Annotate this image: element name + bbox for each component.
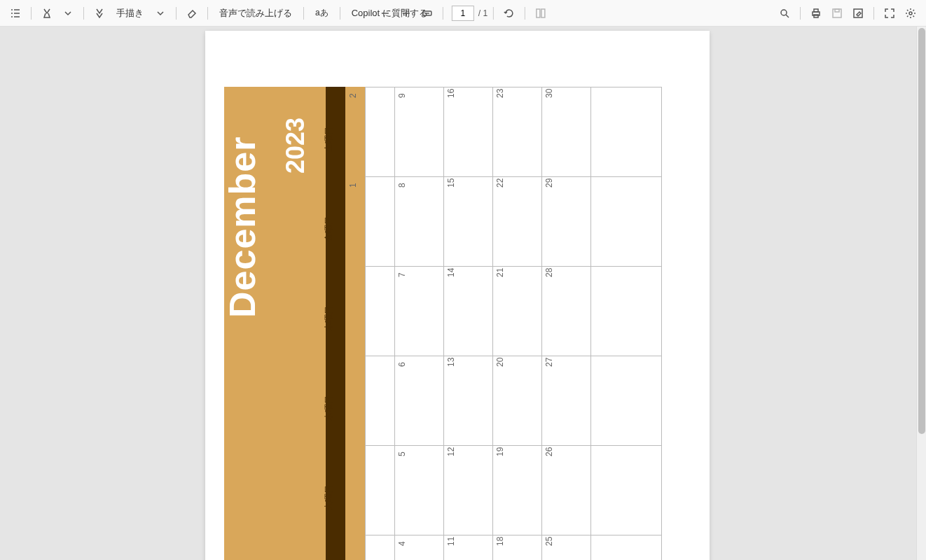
day-number: 28 [544,268,554,277]
calendar-row: 火曜日5121926 [365,445,662,535]
day-number: 30 [544,89,554,98]
rotate-icon[interactable] [499,4,519,23]
day-header: 木曜日 [323,275,335,331]
day-number: 18 [495,537,505,546]
day-cell: 13 [444,356,493,445]
day-cell: 9 [395,88,444,176]
fullscreen-icon[interactable] [880,4,899,23]
draw-label[interactable]: 手描き [111,7,149,20]
day-cell: 11 [444,536,493,560]
print-icon[interactable] [806,4,826,23]
day-cell: 8 [395,177,444,266]
day-cell: 30 [542,88,591,176]
day-header: 日 [323,544,335,560]
day-cell: 6 [395,356,444,445]
day-cell: 22 [493,177,542,266]
scroll-thumb[interactable] [918,28,925,434]
day-number: 26 [544,447,554,456]
day-cell: 14 [444,267,493,356]
pdf-page: December 2023 土曜日29162330金曜日18152229木曜日7… [205,31,710,560]
day-number: 1 [348,183,358,188]
month-label: December [221,136,263,318]
translate-button[interactable]: aあ [310,7,334,19]
chevron-down-icon[interactable] [58,4,78,23]
day-number: 20 [495,358,505,367]
day-number: 6 [397,362,407,367]
save-as-icon[interactable] [848,4,868,23]
page-view-icon [531,4,551,23]
calendar-row: 金曜日18152229 [365,176,662,266]
year-label: 2023 [281,118,310,174]
svg-rect-5 [814,9,818,12]
day-cell: 26 [542,446,591,535]
calendar-grid: 土曜日29162330金曜日18152229木曜日7142128水曜日61320… [365,87,662,560]
day-number: 15 [446,178,456,188]
zoom-out-icon[interactable] [375,4,395,23]
day-number: 22 [495,178,505,188]
day-cell [591,177,640,266]
svg-rect-8 [835,9,839,12]
contents-icon[interactable] [6,4,25,23]
day-cell: 2 [346,88,395,176]
day-number: 11 [446,537,456,546]
day-cell: 21 [493,267,542,356]
day-number: 25 [544,537,554,546]
day-header: 水曜日 [323,365,335,421]
calendar-row: 木曜日7142128 [365,266,662,356]
day-number: 4 [397,541,407,546]
day-number: 7 [397,272,407,277]
vertical-scrollbar[interactable] [916,27,926,560]
day-cell [591,536,640,560]
draw-icon[interactable] [90,4,109,23]
day-cell [591,446,640,535]
day-cell [591,267,640,356]
day-cell [346,267,395,356]
day-cell: 15 [444,177,493,266]
page-total: / 1 [478,8,488,18]
day-number: 29 [544,178,554,188]
day-cell: 25 [542,536,591,560]
day-cell [346,536,395,560]
save-icon [827,4,847,23]
day-number: 2 [348,93,358,98]
chevron-down-icon[interactable] [151,4,170,23]
day-cell: 4 [395,536,444,560]
day-cell: 18 [493,536,542,560]
zoom-in-icon[interactable] [396,4,416,23]
day-number: 13 [446,358,456,367]
pdf-viewport[interactable]: December 2023 土曜日29162330金曜日18152229木曜日7… [0,27,926,560]
day-cell [591,88,640,176]
day-cell: 1 [346,177,395,266]
read-aloud-button[interactable]: 音声で読み上げる [214,7,298,20]
svg-rect-7 [833,9,841,18]
day-cell: 29 [542,177,591,266]
day-number: 19 [495,447,505,456]
day-cell: 12 [444,446,493,535]
day-number: 21 [495,268,505,277]
fit-width-icon[interactable] [417,4,437,23]
day-cell: 20 [493,356,542,445]
day-cell: 23 [493,88,542,176]
svg-point-3 [781,10,787,15]
highlight-icon[interactable] [37,4,57,23]
day-number: 12 [446,447,456,456]
day-cell [346,356,395,445]
day-cell [346,446,395,535]
day-number: 23 [495,89,505,98]
day-header: 土曜日 [323,96,335,152]
settings-icon[interactable] [901,4,920,23]
day-cell [591,356,640,445]
search-icon[interactable] [775,4,794,23]
day-cell: 16 [444,88,493,176]
calendar-row: 水曜日6132027 [365,356,662,445]
day-number: 9 [397,93,407,98]
day-number: 14 [446,268,456,277]
calendar-row: 日4111825 [365,535,662,560]
pdf-toolbar: 手描き 音声で読み上げる aあ Copilot に質問する / 1 [0,0,926,27]
day-number: 5 [397,451,407,456]
day-cell: 7 [395,267,444,356]
day-cell: 27 [542,356,591,445]
page-number-input[interactable] [452,6,474,21]
erase-icon[interactable] [182,4,202,23]
svg-rect-6 [814,15,818,18]
